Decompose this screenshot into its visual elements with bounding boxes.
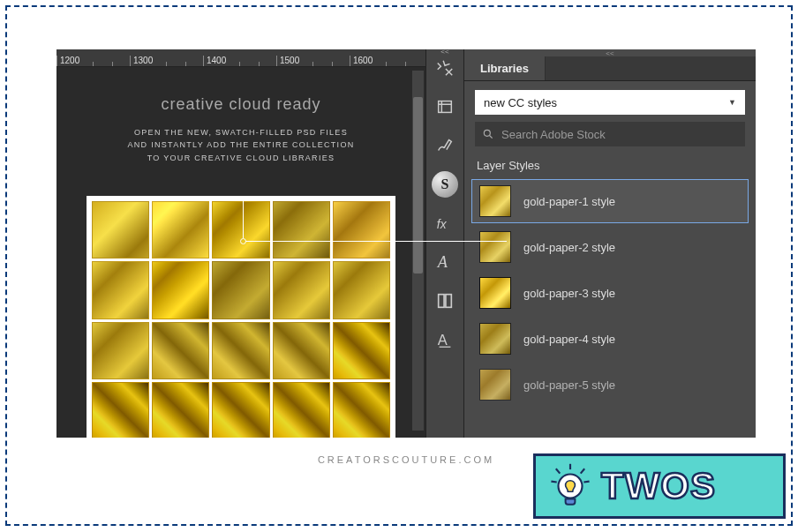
- collapse-grip[interactable]: <<: [426, 48, 463, 55]
- layer-style-item[interactable]: gold-paper-1 style: [471, 179, 749, 223]
- 3d-icon[interactable]: S: [432, 171, 458, 198]
- promo-subtitle-line: OPEN THE NEW, SWATCH-FILLED PSD FILES: [85, 126, 397, 139]
- callout-line: [243, 199, 244, 238]
- libraries-panel: << Libraries new CC styles ▼ Search Adob…: [464, 49, 756, 438]
- gold-swatch[interactable]: [152, 322, 209, 379]
- align-icon[interactable]: A: [432, 326, 458, 353]
- svg-rect-0: [439, 101, 452, 113]
- svg-line-8: [556, 468, 561, 473]
- callout-line: [245, 241, 507, 242]
- app-window: 1200 1300 1400 1500 1600 creative cloud …: [56, 49, 756, 438]
- layer-style-item[interactable]: gold-paper-3 style: [471, 271, 749, 315]
- gold-swatch[interactable]: [273, 382, 330, 438]
- lightbulb-icon: [546, 462, 594, 510]
- ruler-tick: 1400: [203, 56, 276, 66]
- swatch-grid: [87, 196, 395, 438]
- screenshot-container: 1200 1300 1400 1500 1600 creative cloud …: [56, 49, 756, 482]
- ruler-tick: 1200: [56, 56, 130, 66]
- fx-icon[interactable]: fx: [432, 210, 458, 236]
- library-selector-value: new CC styles: [484, 96, 557, 109]
- twos-logo-text: TWOS: [601, 465, 716, 507]
- layer-style-item[interactable]: gold-paper-2 style: [471, 225, 749, 269]
- panel-grip[interactable]: <<: [464, 49, 756, 56]
- gold-swatch[interactable]: [333, 261, 390, 318]
- promo-title: creative cloud ready: [85, 95, 397, 114]
- search-placeholder: Search Adobe Stock: [501, 128, 606, 141]
- svg-rect-3: [439, 295, 444, 308]
- svg-line-9: [581, 468, 585, 473]
- gold-swatch[interactable]: [152, 261, 209, 318]
- twos-badge: TWOS: [533, 453, 786, 519]
- gold-swatch[interactable]: [273, 201, 330, 259]
- gold-swatch[interactable]: [333, 382, 390, 438]
- page-frame: 1200 1300 1400 1500 1600 creative cloud …: [5, 5, 793, 526]
- type-icon[interactable]: A: [432, 249, 458, 275]
- 3d-sphere-icon: S: [432, 171, 458, 198]
- style-thumbnail: [479, 277, 511, 309]
- style-label: gold-paper-3 style: [523, 287, 615, 300]
- paragraph-icon[interactable]: [432, 288, 458, 314]
- vertical-scrollbar[interactable]: [412, 71, 424, 431]
- style-thumbnail: [479, 323, 511, 355]
- style-thumbnail: [479, 231, 511, 263]
- gold-swatch[interactable]: [92, 261, 149, 318]
- gold-swatch[interactable]: [333, 201, 390, 259]
- layer-style-item[interactable]: gold-paper-5 style: [471, 363, 749, 407]
- gold-swatch[interactable]: [92, 322, 149, 379]
- gold-swatch[interactable]: [152, 201, 209, 259]
- gold-swatch[interactable]: [212, 261, 269, 318]
- library-search-input[interactable]: Search Adobe Stock: [475, 122, 745, 146]
- gold-swatch[interactable]: [152, 382, 209, 438]
- svg-line-11: [583, 482, 589, 483]
- panel-tab-row: Libraries: [464, 56, 756, 81]
- horizontal-ruler: 1200 1300 1400 1500 1600: [56, 49, 425, 67]
- svg-rect-4: [446, 295, 451, 308]
- section-label-layer-styles: Layer Styles: [477, 159, 743, 172]
- document-canvas[interactable]: creative cloud ready OPEN THE NEW, SWATC…: [67, 81, 415, 438]
- style-thumbnail: [479, 369, 511, 401]
- svg-text:fx: fx: [437, 218, 448, 231]
- gold-swatch[interactable]: [92, 201, 149, 259]
- brush-icon[interactable]: [432, 132, 458, 159]
- gold-swatch[interactable]: [212, 322, 269, 379]
- search-icon: [482, 128, 494, 140]
- ruler-tick: 1500: [276, 56, 350, 66]
- svg-text:A: A: [437, 253, 448, 271]
- promo-block: creative cloud ready OPEN THE NEW, SWATC…: [67, 81, 415, 180]
- scrollbar-thumb[interactable]: [413, 97, 423, 273]
- tools-icon[interactable]: [432, 55, 458, 81]
- library-selector-dropdown[interactable]: new CC styles ▼: [475, 90, 745, 115]
- ruler-tick: 1300: [130, 56, 203, 66]
- gold-swatch[interactable]: [333, 322, 390, 379]
- svg-point-6: [484, 130, 490, 136]
- svg-line-10: [551, 482, 556, 483]
- ruler-tick: 1600: [350, 56, 423, 66]
- tab-libraries[interactable]: Libraries: [464, 56, 546, 80]
- history-icon[interactable]: [432, 94, 458, 120]
- layer-style-item[interactable]: gold-paper-4 style: [471, 317, 749, 361]
- gold-swatch[interactable]: [212, 201, 269, 259]
- gold-swatch[interactable]: [212, 382, 269, 438]
- gold-swatch[interactable]: [273, 322, 330, 379]
- chevron-down-icon: ▼: [728, 98, 736, 107]
- style-label: gold-paper-4 style: [523, 333, 615, 346]
- svg-text:A: A: [438, 332, 448, 348]
- promo-subtitle-line: TO YOUR CREATIVE CLOUD LIBRARIES: [85, 152, 397, 164]
- layer-style-list: gold-paper-1 style gold-paper-2 style go…: [464, 179, 756, 407]
- panel-icon-column: << S fx A: [425, 49, 464, 438]
- gold-swatch[interactable]: [273, 261, 330, 318]
- style-label: gold-paper-5 style: [523, 378, 615, 392]
- promo-subtitle-line: AND INSTANTLY ADD THE ENTIRE COLLECTION: [85, 139, 397, 151]
- style-thumbnail: [479, 185, 511, 217]
- gold-swatch[interactable]: [92, 382, 149, 438]
- style-label: gold-paper-1 style: [523, 195, 615, 208]
- style-label: gold-paper-2 style: [523, 241, 615, 254]
